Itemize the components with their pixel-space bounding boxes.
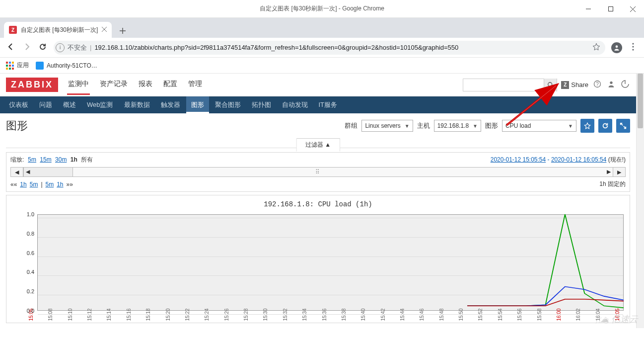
url-text: 192.168.1.10/zabbix/charts.php?sid=2f981… — [94, 44, 458, 51]
zoom-15m[interactable]: 15m — [40, 156, 51, 163]
tab-close-icon[interactable] — [102, 26, 107, 33]
chart-series — [37, 214, 624, 311]
graph-select[interactable]: CPU load ▼ — [502, 120, 576, 132]
time-to[interactable]: 2020-01-12 16:05:54 — [551, 156, 606, 163]
slider-track[interactable]: ◀ ⠿ ▶ — [23, 167, 613, 177]
zoom-5m[interactable]: 5m — [28, 156, 36, 163]
share-button[interactable]: Z Share — [561, 81, 588, 89]
user-icon[interactable] — [606, 80, 616, 89]
reload-button[interactable] — [38, 43, 48, 53]
zoom-links: 5m 15m 30m 1h 所有 — [27, 156, 94, 164]
nav-configuration[interactable]: 配置 — [162, 75, 178, 95]
window-close-button[interactable] — [622, 0, 644, 18]
zabbix-topbar: ZABBIX 监测中 资产记录 报表 配置 管理 Z Share — [0, 74, 636, 96]
search-button[interactable] — [544, 79, 557, 91]
new-tab-button[interactable] — [116, 24, 130, 38]
svg-point-8 — [616, 45, 618, 48]
address-bar[interactable]: i 不安全 | 192.168.1.10/zabbix/charts.php?s… — [54, 41, 605, 55]
graph-select-value: CPU load — [505, 122, 531, 129]
subnav-problems[interactable]: 问题 — [34, 96, 57, 113]
subnav-graphs[interactable]: 图形 — [186, 96, 209, 113]
slider-thumb[interactable]: ◀ — [23, 167, 73, 177]
nav-dbl-right[interactable]: »» — [67, 181, 73, 188]
watermark-text: 江念 — [595, 316, 609, 325]
zabbix-logo[interactable]: ZABBIX — [6, 78, 58, 92]
subnav-discovery[interactable]: 自动发现 — [277, 96, 313, 113]
subnav-overview[interactable]: 概述 — [58, 96, 81, 113]
graph-label: 图形 — [485, 121, 498, 130]
svg-text:?: ? — [596, 82, 599, 87]
nav-left-1h[interactable]: 1h — [20, 181, 26, 188]
subnav-screens[interactable]: 聚合图形 — [210, 96, 246, 113]
bookmark-star-icon[interactable] — [592, 43, 600, 52]
search-input[interactable] — [463, 82, 544, 88]
scroll-thumb[interactable] — [638, 74, 643, 128]
nav-administration[interactable]: 管理 — [187, 75, 203, 95]
nav-right-1h[interactable]: 1h — [57, 181, 63, 188]
window-minimize-button[interactable] — [577, 0, 599, 18]
bookmarks-bar: 应用 Authority-51CTO… — [0, 58, 644, 74]
favorite-button[interactable] — [580, 119, 594, 133]
primary-nav: 监测中 资产记录 报表 配置 管理 — [67, 75, 203, 95]
back-button[interactable] — [6, 43, 16, 53]
apps-shortcut[interactable]: 应用 — [6, 61, 29, 70]
refresh-button[interactable] — [598, 119, 612, 133]
site-info-icon[interactable]: i — [56, 43, 65, 52]
subnav-itservices[interactable]: IT服务 — [314, 96, 343, 113]
apps-label: 应用 — [17, 61, 29, 70]
apps-grid-icon — [6, 62, 14, 70]
svg-point-16 — [610, 82, 612, 84]
subnav-dashboard[interactable]: 仪表板 — [4, 96, 33, 113]
slider-right-button[interactable]: ▶ — [613, 167, 626, 177]
browser-tab[interactable]: Z 自定义图表 [每30秒刷新一次] — [4, 22, 112, 38]
window-maximize-button[interactable] — [599, 0, 622, 18]
forward-button[interactable] — [22, 43, 32, 53]
chart-container: 192.168.1.8: CPU load (1h) 15:0515:0815:… — [6, 195, 630, 323]
nav-inventory[interactable]: 资产记录 — [99, 75, 129, 95]
time-nav-links: «« 1h 5m | 5m 1h »» 1h 固定的 — [10, 180, 626, 188]
browser-tabstrip: Z 自定义图表 [每30秒刷新一次] — [0, 18, 644, 38]
subnav-triggers[interactable]: 触发器 — [156, 96, 185, 113]
search-box — [463, 79, 557, 91]
nav-right-5m[interactable]: 5m — [46, 181, 54, 188]
filter-toggle[interactable]: 过滤器 ▲ — [296, 138, 340, 152]
zoom-label: 缩放: — [10, 156, 24, 164]
time-from[interactable]: 2020-01-12 15:05:54 — [491, 156, 546, 163]
profile-avatar-icon[interactable] — [611, 42, 622, 53]
caret-down-icon: ▼ — [405, 123, 410, 129]
help-icon[interactable]: ? — [592, 80, 602, 89]
x-axis-labels: 15:0515:0815:1015:1215:1415:1615:1815:20… — [37, 313, 624, 324]
host-select[interactable]: 192.168.1.8 ▼ — [434, 120, 481, 132]
zoom-all[interactable]: 所有 — [81, 156, 93, 163]
nav-dbl-left[interactable]: «« — [10, 181, 17, 188]
svg-rect-1 — [608, 7, 613, 11]
nav-monitoring[interactable]: 监测中 — [67, 75, 90, 95]
caret-down-icon: ▼ — [568, 123, 573, 129]
fixed-label: 1h 固定的 — [599, 180, 626, 188]
nav-left-5m[interactable]: 5m — [30, 181, 38, 188]
browser-menu-button[interactable] — [628, 43, 638, 53]
slider-left-button[interactable]: ◀ — [10, 167, 23, 177]
time-now-suffix: (现在!) — [608, 156, 626, 163]
group-select[interactable]: Linux servers ▼ — [361, 120, 413, 132]
subnav-maps[interactable]: 拓扑图 — [247, 96, 276, 113]
browser-tab-title: 自定义图表 [每30秒刷新一次] — [21, 26, 98, 34]
window-title: 自定义图表 [每30秒刷新一次] - Google Chrome — [260, 4, 384, 13]
subnav-latest[interactable]: 最新数据 — [119, 96, 155, 113]
bookmark-item[interactable]: Authority-51CTO… — [36, 62, 97, 70]
svg-point-9 — [632, 43, 634, 44]
page-header: 图形 群组 Linux servers ▼ 主机 192.168.1.8 ▼ 图… — [0, 113, 636, 138]
svg-line-13 — [552, 86, 554, 87]
signout-icon[interactable] — [620, 80, 630, 89]
zoom-30m[interactable]: 30m — [55, 156, 67, 163]
nav-reports[interactable]: 报表 — [138, 75, 153, 95]
zoom-1h[interactable]: 1h — [71, 156, 77, 163]
time-slider: ◀ ◀ ⠿ ▶ ▶ — [10, 167, 626, 177]
page-title: 图形 — [6, 118, 28, 133]
filter-row: 过滤器 ▲ — [6, 138, 630, 148]
group-select-value: Linux servers — [365, 122, 400, 129]
subnav-web[interactable]: Web监测 — [82, 96, 118, 113]
page-scrollbar[interactable] — [636, 74, 644, 328]
fullscreen-button[interactable] — [616, 119, 630, 133]
svg-point-10 — [632, 46, 634, 47]
